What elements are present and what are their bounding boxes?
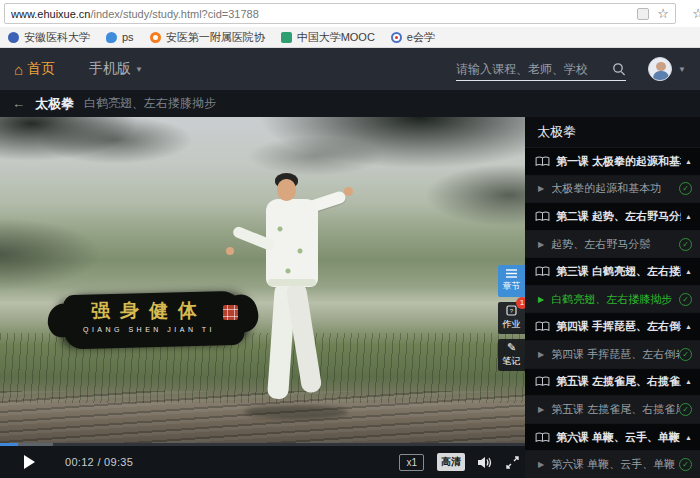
playback-speed-button[interactable]: x1: [399, 454, 424, 471]
play-small-icon: ▶: [538, 240, 544, 249]
nav-mobile-label: 手机版: [89, 60, 131, 78]
lesson-row-3-active[interactable]: ▶ 白鹤亮翅、左右搂膝拗步 ✓: [525, 285, 700, 313]
page: www.ehuixue.cn/index/study/study.html?ci…: [0, 0, 700, 478]
bookmark-label: 安医第一附属医院协: [166, 30, 265, 45]
lesson-label: 太极拳的起源和基本功: [551, 181, 679, 196]
quality-button[interactable]: 高清: [437, 453, 465, 471]
user-menu-caret-icon[interactable]: ▼: [678, 65, 686, 74]
collapse-icon[interactable]: ▲: [685, 434, 692, 441]
completed-check-icon: ✓: [679, 182, 692, 195]
lesson-row-1[interactable]: ▶ 太极拳的起源和基本功 ✓: [525, 175, 700, 203]
collapse-icon[interactable]: ▲: [685, 378, 692, 385]
list-icon: [506, 269, 517, 278]
bookmark-favicon: [106, 32, 117, 43]
volume-button[interactable]: [478, 456, 493, 469]
chapter-sidebar: 太极拳 第一课 太极拳的起源和基本功 ▲ ▶ 太极拳的起源和基本功 ✓ 第二课 …: [525, 117, 700, 478]
chapter-row-2[interactable]: 第二课 起势、左右野马分鬃 ▲: [525, 202, 700, 230]
nav-home-label: 首页: [27, 60, 55, 78]
chapter-row-5[interactable]: 第五课 左揽雀尾、右揽雀尾 ▲: [525, 368, 700, 396]
reader-mode-icon[interactable]: [637, 8, 649, 20]
play-small-icon: ▶: [538, 405, 544, 414]
bookmark-label: 中国大学MOOC: [297, 30, 375, 45]
bookmark-item[interactable]: 中国大学MOOC: [281, 30, 375, 45]
homework-button-label: 作业: [503, 318, 521, 331]
nav-mobile-version[interactable]: 手机版 ▼: [89, 60, 143, 78]
lesson-label: 白鹤亮翅、左右搂膝拗步: [551, 292, 679, 307]
url-path: /index/study/study.html?cid=31788: [91, 8, 259, 20]
bookmarks-bar: 安徽医科大学 ps 安医第一附属医院协 中国大学MOOC e会学: [0, 27, 700, 48]
chapter-row-6[interactable]: 第六课 单鞭、云手、单鞭 ▲: [525, 423, 700, 451]
nav-home[interactable]: ⌂ 首页: [14, 60, 55, 78]
book-icon: [535, 156, 550, 167]
collapse-icon[interactable]: ▲: [685, 213, 692, 220]
progress-bar[interactable]: [0, 443, 525, 446]
video-overlay-title: 强身健体: [74, 298, 224, 324]
breadcrumb-course[interactable]: 太极拳: [35, 95, 74, 113]
bookmark-item[interactable]: e会学: [391, 30, 435, 45]
notes-button[interactable]: ✎ 笔记: [498, 339, 525, 371]
home-icon: ⌂: [14, 61, 23, 78]
chapter-label: 第二课 起势、左右野马分鬃: [556, 209, 681, 224]
bookmark-star-icon[interactable]: ☆: [657, 7, 669, 20]
red-seal-stamp: [223, 305, 238, 320]
play-button[interactable]: [24, 455, 35, 469]
lesson-row-5[interactable]: ▶ 第五课 左揽雀尾、右揽雀尾 ✓: [525, 395, 700, 423]
completed-check-icon: ✓: [679, 348, 692, 361]
chapters-button-label: 章节: [503, 280, 521, 293]
sidebar-course-title: 太极拳: [525, 117, 700, 147]
fullscreen-button[interactable]: [506, 456, 519, 469]
user-avatar[interactable]: [648, 57, 672, 81]
lesson-label: 第五课 左揽雀尾、右揽雀尾: [551, 402, 679, 417]
site-header: ⌂ 首页 手机版 ▼ ▼: [0, 48, 700, 90]
collapse-icon[interactable]: ▲: [685, 158, 692, 165]
breadcrumb-lesson: 白鹤亮翅、左右搂膝拗步: [84, 95, 216, 112]
chapters-button[interactable]: 章节: [498, 265, 525, 297]
chapter-row-3[interactable]: 第三课 白鹤亮翅、左右搂膝拗步 ▲: [525, 257, 700, 285]
video-player[interactable]: 强身健体 QIANG SHEN JIAN TI 章节 ? 作业 1: [0, 117, 525, 478]
fullscreen-icon: [506, 456, 519, 469]
book-icon: [535, 321, 550, 332]
chapter-label: 第一课 太极拳的起源和基本功: [556, 154, 681, 169]
book-icon: [535, 376, 550, 387]
chapter-row-4[interactable]: 第四课 手挥琵琶、左右倒卷肱 ▲: [525, 312, 700, 340]
completed-check-icon: ✓: [679, 293, 692, 306]
main-content: 强身健体 QIANG SHEN JIAN TI 章节 ? 作业 1: [0, 117, 700, 478]
play-small-icon: ▶: [538, 460, 544, 469]
book-icon: [535, 266, 550, 277]
play-small-icon: ▶: [538, 184, 544, 193]
notes-button-label: 笔记: [503, 355, 521, 368]
video-title-overlay: 强身健体 QIANG SHEN JIAN TI: [64, 293, 244, 347]
bookmark-item[interactable]: 安医第一附属医院协: [150, 30, 265, 45]
collapse-icon[interactable]: ▲: [685, 268, 692, 275]
chapter-list: 第一课 太极拳的起源和基本功 ▲ ▶ 太极拳的起源和基本功 ✓ 第二课 起势、左…: [525, 147, 700, 478]
book-icon: [535, 211, 550, 222]
completed-check-icon: ✓: [679, 403, 692, 416]
lesson-row-6[interactable]: ▶ 第六课 单鞭、云手、单鞭 ✓: [525, 450, 700, 478]
chevron-down-icon: ▼: [135, 65, 143, 74]
homework-button[interactable]: ? 作业 1: [498, 302, 525, 334]
chapter-row-1[interactable]: 第一课 太极拳的起源和基本功 ▲: [525, 147, 700, 175]
pencil-icon: ✎: [507, 342, 516, 353]
homework-badge: 1: [516, 297, 525, 309]
bookmark-item[interactable]: ps: [106, 31, 134, 43]
search-input[interactable]: [456, 62, 612, 76]
bookmark-label: 安徽医科大学: [24, 30, 90, 45]
collapse-icon[interactable]: ▲: [685, 323, 692, 330]
bookmark-item[interactable]: 安徽医科大学: [8, 30, 90, 45]
time-display: 00:12 / 09:35: [65, 456, 133, 468]
chapter-label: 第三课 白鹤亮翅、左右搂膝拗步: [556, 264, 681, 279]
back-arrow-icon[interactable]: ←: [12, 96, 25, 111]
ink-wash-overlay: [0, 117, 525, 443]
video-frame[interactable]: 强身健体 QIANG SHEN JIAN TI 章节 ? 作业 1: [0, 117, 525, 443]
play-small-icon: ▶: [538, 350, 544, 359]
lesson-row-2[interactable]: ▶ 起势、左右野马分鬃 ✓: [525, 230, 700, 258]
lesson-row-4[interactable]: ▶ 第四课 手挥琵琶、左右倒卷肱 ✓: [525, 340, 700, 368]
bookmark-label: e会学: [407, 30, 435, 45]
bookmark-label: ps: [122, 31, 134, 43]
url-host: www.ehuixue.cn: [11, 8, 91, 20]
extension-star-icon[interactable]: ☆: [692, 6, 700, 21]
search-icon[interactable]: [612, 62, 626, 76]
url-bar[interactable]: www.ehuixue.cn/index/study/study.html?ci…: [4, 3, 676, 24]
player-controls: 00:12 / 09:35 x1 高清: [0, 443, 525, 478]
speaker-icon: [478, 456, 493, 469]
